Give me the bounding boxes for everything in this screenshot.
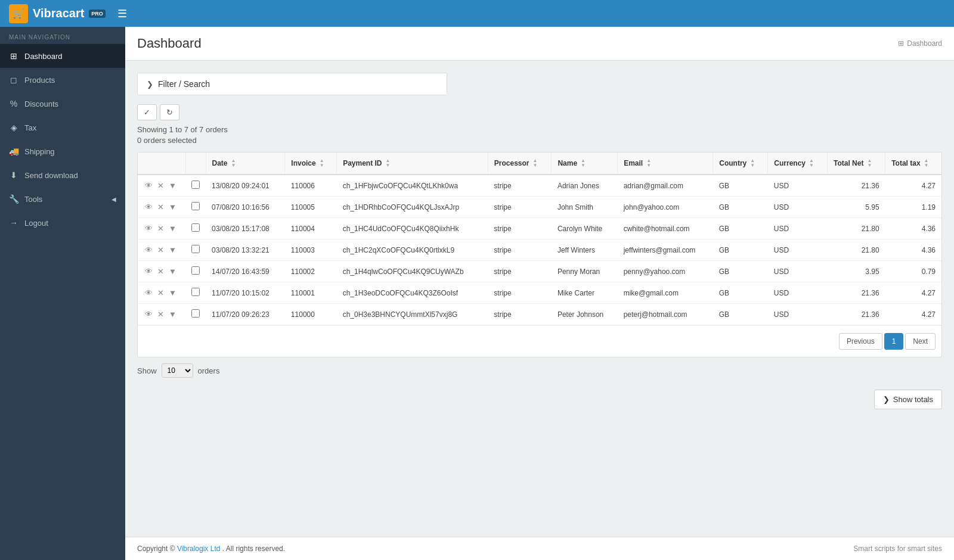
expand-button[interactable]: ▼ — [168, 201, 178, 213]
main-content: Dashboard ⊞ Dashboard ❯ Filter / Search … — [125, 27, 954, 560]
th-date[interactable]: Date ▲▼ — [206, 153, 285, 175]
cell-processor: stripe — [488, 239, 552, 261]
hamburger-icon[interactable]: ☰ — [117, 7, 127, 20]
refresh-button[interactable]: ↻ — [160, 104, 179, 120]
check-all-button[interactable]: ✓ — [137, 104, 157, 120]
cell-name: Mike Carter — [552, 282, 618, 304]
sidebar-item-tools[interactable]: 🔧 Tools ◀ — [0, 187, 125, 211]
show-totals-button[interactable]: ❯ Show totals — [874, 390, 942, 409]
expand-button[interactable]: ▼ — [168, 287, 178, 298]
row-actions: 👁 ✕ ▼ — [138, 175, 185, 197]
cell-processor: stripe — [488, 261, 552, 282]
cell-payment-id: ch_1H3eoDCoOFQCu4KQ3Z6OoIsf — [337, 282, 488, 304]
cell-payment-id: ch_1HDRhbCoOFQCu4KQLJsxAJrp — [337, 197, 488, 218]
filter-search-bar[interactable]: ❯ Filter / Search — [137, 73, 447, 95]
tax-icon: ◈ — [9, 123, 18, 132]
cell-name: Adrian Jones — [552, 175, 618, 197]
delete-button[interactable]: ✕ — [156, 180, 165, 191]
th-total-net[interactable]: Total Net ▲▼ — [828, 153, 885, 175]
row-checkbox[interactable] — [191, 245, 200, 253]
row-checkbox-cell — [185, 175, 206, 197]
expand-button[interactable]: ▼ — [168, 309, 178, 320]
view-button[interactable]: 👁 — [144, 201, 154, 213]
orders-per-page-select[interactable]: 102550100 — [162, 363, 193, 378]
view-button[interactable]: 👁 — [144, 287, 154, 298]
next-button[interactable]: Next — [905, 333, 936, 350]
cell-total-tax: 4.36 — [885, 239, 941, 261]
sidebar-item-products[interactable]: ◻ Products — [0, 68, 125, 92]
table-row: 👁 ✕ ▼ 03/08/20 15:17:08 110004 ch_1HC4Ud… — [138, 218, 941, 239]
delete-button[interactable]: ✕ — [156, 201, 165, 213]
sidebar-item-discounts[interactable]: % Discounts — [0, 92, 125, 116]
table-row: 👁 ✕ ▼ 07/08/20 10:16:56 110005 ch_1HDRhb… — [138, 197, 941, 218]
row-actions: 👁 ✕ ▼ — [138, 239, 185, 261]
row-checkbox[interactable] — [191, 288, 200, 296]
sidebar-item-logout[interactable]: → Logout — [0, 211, 125, 235]
sidebar-item-shipping[interactable]: 🚚 Shipping — [0, 139, 125, 163]
footer-company-link[interactable]: Vibralogix Ltd — [177, 545, 221, 553]
th-payment-id[interactable]: Payment ID ▲▼ — [337, 153, 488, 175]
view-button[interactable]: 👁 — [144, 223, 154, 234]
delete-button[interactable]: ✕ — [156, 244, 165, 256]
th-email[interactable]: Email ▲▼ — [618, 153, 713, 175]
table-row: 👁 ✕ ▼ 11/07/20 09:26:23 110000 ch_0H3e3B… — [138, 304, 941, 325]
delete-button[interactable]: ✕ — [156, 309, 165, 320]
cell-currency: USD — [768, 218, 828, 239]
view-button[interactable]: 👁 — [144, 266, 154, 277]
th-total-tax[interactable]: Total tax ▲▼ — [885, 153, 941, 175]
cell-invoice: 110001 — [285, 282, 337, 304]
table-row: 👁 ✕ ▼ 13/08/20 09:24:01 110006 ch_1HFbjw… — [138, 175, 941, 197]
toolbar: ✓ ↻ — [137, 104, 942, 120]
row-actions: 👁 ✕ ▼ — [138, 218, 185, 239]
row-checkbox[interactable] — [191, 309, 200, 318]
content-area: ❯ Filter / Search ✓ ↻ Showing 1 to 7 of … — [125, 61, 954, 537]
show-label: Show — [137, 366, 157, 375]
view-button[interactable]: 👁 — [144, 180, 154, 191]
previous-button[interactable]: Previous — [839, 333, 882, 350]
expand-button[interactable]: ▼ — [168, 180, 178, 191]
cell-name: Carolyn White — [552, 218, 618, 239]
cell-invoice: 110004 — [285, 218, 337, 239]
cell-currency: USD — [768, 175, 828, 197]
orders-label: orders — [198, 366, 220, 375]
view-button[interactable]: 👁 — [144, 244, 154, 256]
th-invoice[interactable]: Invoice ▲▼ — [285, 153, 337, 175]
row-checkbox[interactable] — [191, 181, 200, 189]
sidebar-item-dashboard[interactable]: ⊞ Dashboard — [0, 44, 125, 68]
delete-button[interactable]: ✕ — [156, 287, 165, 298]
sidebar: MAIN NAVIGATION ⊞ Dashboard ◻ Products %… — [0, 27, 125, 560]
breadcrumb-icon: ⊞ — [898, 39, 904, 48]
app-logo: 🛒 VibracartPRO — [9, 4, 106, 23]
row-checkbox[interactable] — [191, 202, 200, 210]
pro-badge: PRO — [89, 10, 106, 18]
th-name[interactable]: Name ▲▼ — [552, 153, 618, 175]
row-actions: 👁 ✕ ▼ — [138, 261, 185, 282]
th-checkbox — [185, 153, 206, 175]
cell-total-tax: 4.27 — [885, 282, 941, 304]
page-1-button[interactable]: 1 — [884, 333, 904, 350]
discounts-icon: % — [9, 99, 18, 108]
showing-text: Showing 1 to 7 of 7 orders — [137, 125, 942, 134]
th-country[interactable]: Country ▲▼ — [713, 153, 768, 175]
sort-payment-icon: ▲▼ — [386, 158, 391, 168]
expand-button[interactable]: ▼ — [168, 244, 178, 256]
cell-processor: stripe — [488, 175, 552, 197]
expand-button[interactable]: ▼ — [168, 223, 178, 234]
th-currency[interactable]: Currency ▲▼ — [768, 153, 828, 175]
cell-invoice: 110002 — [285, 261, 337, 282]
row-checkbox[interactable] — [191, 266, 200, 275]
logo-icon: 🛒 — [9, 4, 28, 23]
delete-button[interactable]: ✕ — [156, 266, 165, 277]
th-processor[interactable]: Processor ▲▼ — [488, 153, 552, 175]
cell-country: GB — [713, 175, 768, 197]
view-button[interactable]: 👁 — [144, 309, 154, 320]
sidebar-item-tax[interactable]: ◈ Tax — [0, 116, 125, 139]
expand-button[interactable]: ▼ — [168, 266, 178, 277]
row-checkbox[interactable] — [191, 223, 200, 232]
delete-button[interactable]: ✕ — [156, 223, 165, 234]
show-totals-arrow-icon: ❯ — [883, 395, 890, 404]
sidebar-item-send-download[interactable]: ⬇ Send download — [0, 163, 125, 187]
sidebar-label-tax: Tax — [24, 123, 36, 132]
send-download-icon: ⬇ — [9, 170, 18, 180]
cell-currency: USD — [768, 239, 828, 261]
